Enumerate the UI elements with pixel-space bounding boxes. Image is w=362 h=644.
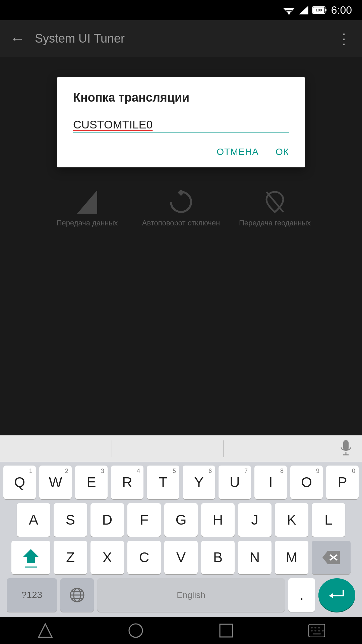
key-v[interactable]: V bbox=[164, 541, 198, 574]
svg-rect-28 bbox=[220, 624, 233, 637]
key-a[interactable]: A bbox=[17, 503, 50, 537]
key-l[interactable]: L bbox=[312, 503, 345, 537]
ok-button[interactable]: ОК bbox=[276, 147, 289, 157]
dialog-input[interactable] bbox=[73, 117, 289, 132]
svg-marker-25 bbox=[329, 593, 333, 598]
symbols-button[interactable]: ?123 bbox=[7, 578, 57, 612]
backspace-icon bbox=[322, 551, 340, 564]
key-u[interactable]: 7U bbox=[219, 466, 251, 499]
key-s[interactable]: S bbox=[54, 503, 87, 537]
svg-point-27 bbox=[129, 624, 142, 637]
status-icons: 100 6:00 bbox=[283, 4, 352, 16]
keyboard-rows: 1Q 2W 3E 4R 5T 6Y 7U 8I 9O 0P A S D F G … bbox=[0, 462, 362, 617]
globe-button[interactable] bbox=[60, 578, 94, 612]
space-button[interactable]: English bbox=[97, 578, 285, 612]
key-row-2: A S D F G H J K L bbox=[3, 503, 359, 537]
svg-rect-13 bbox=[343, 440, 349, 451]
svg-text:100: 100 bbox=[316, 8, 322, 12]
key-p[interactable]: 0P bbox=[326, 466, 359, 499]
key-t[interactable]: 5T bbox=[147, 466, 179, 499]
main-content: Передача данных Автоповорот отключен Пер… bbox=[0, 57, 362, 231]
key-w[interactable]: 2W bbox=[39, 466, 72, 499]
back-button[interactable]: ← bbox=[10, 31, 25, 46]
delete-button[interactable] bbox=[312, 541, 351, 574]
keyboard-suggestions bbox=[0, 435, 362, 462]
shift-active-indicator bbox=[25, 567, 37, 568]
key-h[interactable]: H bbox=[201, 503, 235, 537]
keyboard-container: 1Q 2W 3E 4R 5T 6Y 7U 8I 9O 0P A S D F G … bbox=[0, 435, 362, 617]
key-q[interactable]: 1Q bbox=[3, 466, 36, 499]
svg-marker-17 bbox=[322, 551, 340, 564]
shift-icon bbox=[22, 548, 40, 565]
cancel-button[interactable]: ОТМЕНА bbox=[217, 147, 259, 157]
dialog: Кнопка трансляции ОТМЕНА ОК bbox=[57, 77, 305, 167]
wifi-icon bbox=[283, 6, 295, 14]
symbols-label: ?123 bbox=[21, 590, 42, 600]
key-m[interactable]: M bbox=[275, 541, 308, 574]
key-g[interactable]: G bbox=[164, 503, 198, 537]
svg-marker-16 bbox=[23, 549, 39, 563]
key-j[interactable]: J bbox=[238, 503, 272, 537]
home-nav-button[interactable] bbox=[126, 621, 146, 641]
back-nav-icon bbox=[37, 622, 54, 639]
dialog-actions: ОТМЕНА ОК bbox=[73, 147, 289, 157]
signal-icon bbox=[299, 6, 308, 14]
recents-nav-button[interactable] bbox=[216, 621, 236, 641]
period-button[interactable]: . bbox=[288, 578, 315, 612]
key-x[interactable]: X bbox=[90, 541, 124, 574]
home-nav-icon bbox=[127, 622, 144, 639]
suggestion-divider-1 bbox=[112, 440, 112, 457]
svg-marker-4 bbox=[299, 6, 308, 14]
status-bar: 100 6:00 bbox=[0, 0, 362, 20]
enter-button[interactable] bbox=[318, 578, 355, 612]
key-c[interactable]: C bbox=[127, 541, 161, 574]
app-title: System UI Tuner bbox=[35, 32, 326, 46]
key-e[interactable]: 3E bbox=[75, 466, 108, 499]
app-bar: ← System UI Tuner ⋮ bbox=[0, 20, 362, 57]
keyboard-nav-button[interactable] bbox=[307, 621, 327, 641]
enter-icon bbox=[328, 588, 345, 602]
space-label: English bbox=[177, 590, 205, 600]
key-row-3: Z X C V B N M bbox=[3, 541, 359, 574]
suggestion-divider-2 bbox=[223, 440, 224, 457]
dialog-input-container bbox=[73, 117, 289, 133]
key-row-1: 1Q 2W 3E 4R 5T 6Y 7U 8I 9O 0P bbox=[3, 466, 359, 499]
period-label: . bbox=[300, 588, 304, 602]
time-display: 6:00 bbox=[331, 4, 352, 16]
shift-button[interactable] bbox=[11, 541, 50, 574]
globe-icon bbox=[69, 587, 85, 603]
key-o[interactable]: 9O bbox=[290, 466, 323, 499]
key-k[interactable]: K bbox=[275, 503, 308, 537]
back-nav-button[interactable] bbox=[35, 621, 55, 641]
key-z[interactable]: Z bbox=[54, 541, 87, 574]
key-row-4: ?123 English . bbox=[3, 578, 359, 615]
key-d[interactable]: D bbox=[90, 503, 124, 537]
battery-icon: 100 bbox=[312, 6, 327, 14]
recents-nav-icon bbox=[219, 623, 234, 638]
key-f[interactable]: F bbox=[127, 503, 161, 537]
svg-marker-26 bbox=[39, 624, 52, 637]
voice-button[interactable] bbox=[335, 440, 362, 458]
dialog-title: Кнопка трансляции bbox=[73, 91, 289, 105]
key-r[interactable]: 4R bbox=[111, 466, 143, 499]
key-i[interactable]: 8I bbox=[254, 466, 287, 499]
nav-bar bbox=[0, 617, 362, 644]
svg-rect-6 bbox=[325, 9, 326, 11]
keyboard-nav-icon bbox=[308, 624, 325, 637]
key-y[interactable]: 6Y bbox=[183, 466, 215, 499]
key-n[interactable]: N bbox=[238, 541, 272, 574]
more-menu-button[interactable]: ⋮ bbox=[337, 30, 352, 47]
dialog-overlay: Кнопка трансляции ОТМЕНА ОК bbox=[0, 57, 362, 231]
key-b[interactable]: B bbox=[201, 541, 235, 574]
